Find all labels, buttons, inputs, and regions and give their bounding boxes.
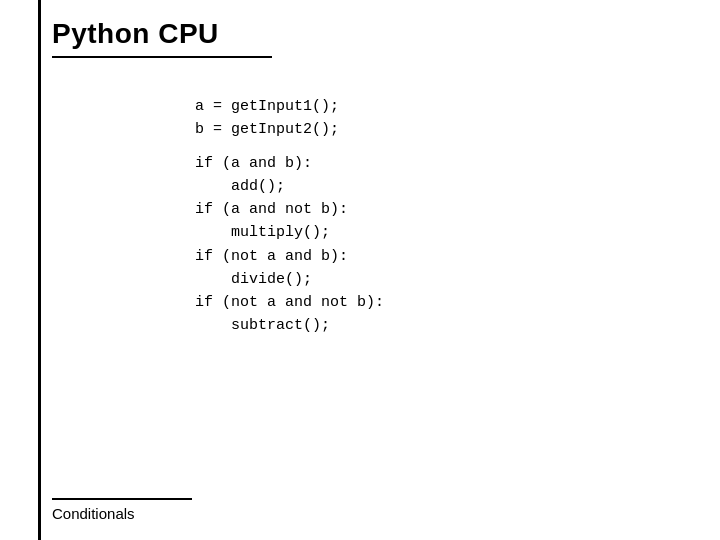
bottom-label: Conditionals [52,505,192,522]
page-container: Python CPU a = getInput1(); b = getInput… [0,0,720,540]
code-line-6: multiply(); [195,221,384,244]
bottom-label-underline [52,498,192,500]
title-underline [52,56,272,58]
code-line-3: if (a and b): [195,152,384,175]
page-title: Python CPU [52,18,700,50]
code-line-9: if (not a and not b): [195,291,384,314]
code-line-4: add(); [195,175,384,198]
code-line-5: if (a and not b): [195,198,384,221]
code-line-2: b = getInput2(); [195,118,384,141]
code-line-10: subtract(); [195,314,384,337]
code-spacer-1 [195,142,384,152]
left-border [38,0,41,540]
code-line-1: a = getInput1(); [195,95,384,118]
bottom-label-area: Conditionals [52,498,192,522]
code-area: a = getInput1(); b = getInput2(); if (a … [195,95,384,338]
code-line-8: divide(); [195,268,384,291]
code-line-7: if (not a and b): [195,245,384,268]
title-area: Python CPU [52,18,700,58]
